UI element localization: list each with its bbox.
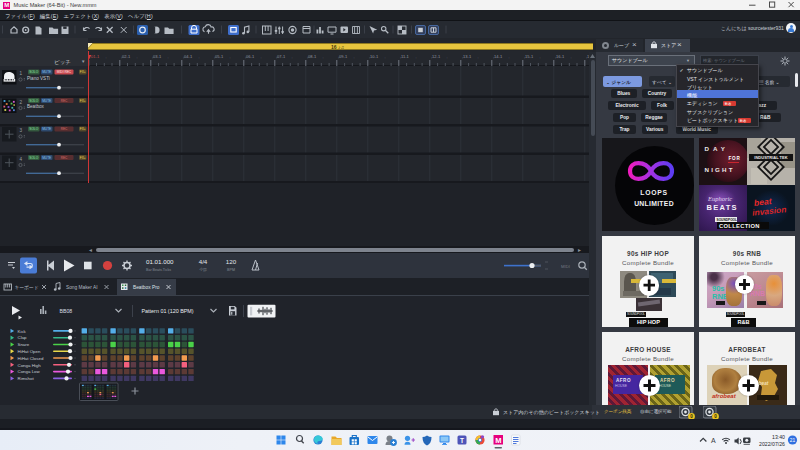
svg-text:FX+: FX+ [80,156,86,160]
svg-text:,: , [323,53,324,58]
svg-text:,13-1: ,13-1 [462,53,472,58]
svg-text:BPM: BPM [227,268,235,272]
svg-text:SOLO: SOLO [29,127,38,131]
svg-text:,: , [199,53,200,58]
svg-text:120: 120 [226,258,237,265]
svg-text:21: 21 [790,438,796,443]
svg-text:MIDI: MIDI [561,264,570,269]
svg-text:Kick: Kick [18,329,27,334]
svg-text:INDUSTRIAL TEK: INDUSTRIAL TEK [754,155,787,160]
svg-text:Beatbox: Beatbox [27,104,45,109]
svg-text:,: , [447,53,448,58]
svg-text:,: , [168,53,169,58]
svg-text:Conga High: Conga High [18,363,42,368]
svg-text:Piano VSTi: Piano VSTi [27,76,50,81]
svg-text:3: 3 [19,128,22,133]
svg-text:,15-1: ,15-1 [524,53,534,58]
svg-text:Beatbox Pro: Beatbox Pro [133,285,160,290]
svg-text:,06-1: ,06-1 [245,53,255,58]
svg-text:,: , [137,53,138,58]
svg-text:,12-1: ,12-1 [431,53,441,58]
svg-text:,: , [261,53,262,58]
svg-text:SOLO: SOLO [29,156,38,160]
svg-text:1: 1 [19,71,22,76]
svg-text:,: , [571,53,572,58]
svg-text:FX+: FX+ [80,70,86,74]
svg-text:4/4: 4/4 [199,258,208,265]
svg-text:Song Maker AI: Song Maker AI [66,285,97,290]
svg-text:,: , [540,53,541,58]
svg-text:SOLO: SOLO [29,99,38,103]
svg-text:Bar Beats.Ticks: Bar Beats.Ticks [146,268,171,272]
svg-text:4: 4 [19,157,22,162]
svg-text:,08-1: ,08-1 [307,53,317,58]
svg-text:BB08: BB08 [60,308,73,314]
svg-text:2022/07/26: 2022/07/26 [759,441,785,447]
svg-text:,02-1: ,02-1 [121,53,131,58]
svg-text:Conga Low: Conga Low [18,369,41,374]
svg-text:Rimshot: Rimshot [18,376,35,381]
svg-text:MUTE: MUTE [42,156,51,160]
svg-text:FX+: FX+ [80,99,86,103]
svg-text:,: , [385,53,386,58]
svg-text:Pattern 01 (120 BPM): Pattern 01 (120 BPM) [142,308,194,314]
svg-text:,: , [292,53,293,58]
svg-text:01.01.000: 01.01.000 [146,258,174,265]
svg-text:2: 2 [19,100,22,105]
svg-text:Snare: Snare [18,342,30,347]
svg-text:,14-1: ,14-1 [493,53,503,58]
svg-text:,07-1: ,07-1 [276,53,286,58]
svg-text:MUTE: MUTE [42,99,51,103]
svg-text:,05-1: ,05-1 [214,53,224,58]
svg-text:T: T [460,436,464,443]
svg-text:FX+: FX+ [80,127,86,131]
svg-text:,: , [478,53,479,58]
svg-text:,01-1: ,01-1 [90,53,100,58]
svg-text:REC: REC [61,99,68,103]
svg-text:MUTE: MUTE [42,127,51,131]
svg-text:HiHat Closed: HiHat Closed [18,356,44,361]
svg-text:13:40: 13:40 [772,434,785,440]
svg-text:,: , [106,53,107,58]
svg-text:MUTE: MUTE [42,70,51,74]
svg-text:,: , [509,53,510,58]
svg-text:M: M [495,435,501,444]
svg-text:小節: 小節 [199,267,207,272]
svg-text:MIDI REC: MIDI REC [57,70,72,74]
svg-text:A: A [711,437,716,444]
svg-text:,09-1: ,09-1 [338,53,348,58]
svg-text:,: , [354,53,355,58]
svg-text:,03-1: ,03-1 [152,53,162,58]
svg-text:,10-1: ,10-1 [369,53,379,58]
svg-text:HiHat Open: HiHat Open [18,349,41,354]
svg-text:,04-1: ,04-1 [183,53,193,58]
svg-text:,11-1: ,11-1 [400,53,410,58]
svg-text:キーボード: キーボード [15,285,39,290]
svg-text:SOLO: SOLO [29,70,38,74]
svg-text:REC: REC [61,127,68,131]
svg-text:,16-1: ,16-1 [555,53,565,58]
svg-text:REC: REC [61,156,68,160]
svg-text:,: , [416,53,417,58]
svg-text:Clap: Clap [18,335,28,340]
svg-text:,: , [230,53,231,58]
